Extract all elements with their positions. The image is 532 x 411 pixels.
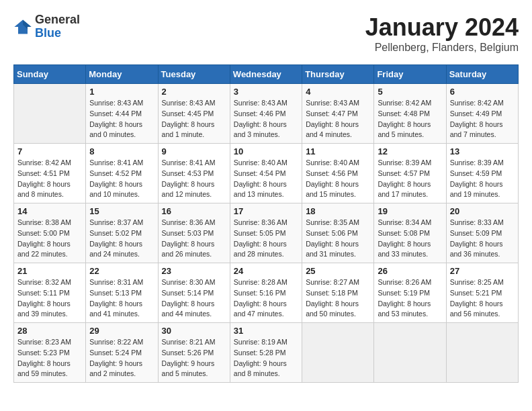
calendar-cell: 24Sunrise: 8:28 AM Sunset: 5:16 PM Dayli… <box>230 263 302 323</box>
calendar-cell: 3Sunrise: 8:43 AM Sunset: 4:46 PM Daylig… <box>230 84 302 144</box>
calendar-table: SundayMondayTuesdayWednesdayThursdayFrid… <box>13 64 519 383</box>
day-number: 28 <box>17 326 82 336</box>
day-number: 6 <box>450 87 515 97</box>
day-info: Sunrise: 8:21 AM Sunset: 5:26 PM Dayligh… <box>162 337 226 379</box>
day-number: 22 <box>89 266 154 276</box>
day-number: 3 <box>234 87 298 97</box>
day-number: 7 <box>17 146 82 156</box>
day-info: Sunrise: 8:41 AM Sunset: 4:53 PM Dayligh… <box>162 158 226 200</box>
header-day-thursday: Thursday <box>302 65 374 84</box>
day-number: 16 <box>162 206 226 216</box>
calendar-cell: 4Sunrise: 8:43 AM Sunset: 4:47 PM Daylig… <box>302 84 374 144</box>
day-info: Sunrise: 8:40 AM Sunset: 4:54 PM Dayligh… <box>234 158 298 200</box>
location-subtitle: Pellenberg, Flanders, Belgium <box>365 42 519 54</box>
week-row-3: 14Sunrise: 8:38 AM Sunset: 5:00 PM Dayli… <box>14 203 519 263</box>
day-info: Sunrise: 8:43 AM Sunset: 4:47 PM Dayligh… <box>306 98 370 140</box>
day-number: 2 <box>162 87 226 97</box>
day-number: 12 <box>378 146 442 156</box>
calendar-cell: 26Sunrise: 8:26 AM Sunset: 5:19 PM Dayli… <box>374 263 446 323</box>
day-number: 13 <box>450 146 515 156</box>
calendar-cell: 20Sunrise: 8:33 AM Sunset: 5:09 PM Dayli… <box>446 203 518 263</box>
title-section: January 2024 Pellenberg, Flanders, Belgi… <box>365 13 519 54</box>
day-info: Sunrise: 8:35 AM Sunset: 5:06 PM Dayligh… <box>306 218 370 260</box>
header-day-friday: Friday <box>374 65 446 84</box>
calendar-cell: 12Sunrise: 8:39 AM Sunset: 4:57 PM Dayli… <box>374 144 446 203</box>
calendar-cell: 19Sunrise: 8:34 AM Sunset: 5:08 PM Dayli… <box>374 203 446 263</box>
day-number: 31 <box>234 326 298 336</box>
day-info: Sunrise: 8:25 AM Sunset: 5:21 PM Dayligh… <box>450 277 515 320</box>
week-row-5: 28Sunrise: 8:23 AM Sunset: 5:23 PM Dayli… <box>14 323 519 383</box>
day-info: Sunrise: 8:23 AM Sunset: 5:23 PM Dayligh… <box>17 337 82 379</box>
day-info: Sunrise: 8:22 AM Sunset: 5:24 PM Dayligh… <box>89 337 154 379</box>
calendar-cell: 14Sunrise: 8:38 AM Sunset: 5:00 PM Dayli… <box>14 203 86 263</box>
header-row: SundayMondayTuesdayWednesdayThursdayFrid… <box>14 65 519 84</box>
day-number: 25 <box>306 266 370 276</box>
calendar-cell <box>14 84 86 144</box>
day-number: 8 <box>89 146 154 156</box>
calendar-cell <box>302 323 374 383</box>
week-row-1: 1Sunrise: 8:43 AM Sunset: 4:44 PM Daylig… <box>14 84 519 144</box>
day-number: 26 <box>378 266 442 276</box>
calendar-cell: 30Sunrise: 8:21 AM Sunset: 5:26 PM Dayli… <box>158 323 230 383</box>
day-number: 14 <box>17 206 82 216</box>
header-day-sunday: Sunday <box>14 65 86 84</box>
calendar-cell: 27Sunrise: 8:25 AM Sunset: 5:21 PM Dayli… <box>446 263 518 323</box>
day-number: 30 <box>162 326 226 336</box>
day-number: 17 <box>234 206 298 216</box>
day-info: Sunrise: 8:38 AM Sunset: 5:00 PM Dayligh… <box>17 218 82 260</box>
calendar-cell: 7Sunrise: 8:42 AM Sunset: 4:51 PM Daylig… <box>14 144 86 203</box>
week-row-4: 21Sunrise: 8:32 AM Sunset: 5:11 PM Dayli… <box>14 263 519 323</box>
day-number: 27 <box>450 266 515 276</box>
calendar-cell: 25Sunrise: 8:27 AM Sunset: 5:18 PM Dayli… <box>302 263 374 323</box>
day-info: Sunrise: 8:42 AM Sunset: 4:51 PM Dayligh… <box>17 158 82 200</box>
day-number: 4 <box>306 87 370 97</box>
day-info: Sunrise: 8:30 AM Sunset: 5:14 PM Dayligh… <box>162 277 226 320</box>
day-info: Sunrise: 8:19 AM Sunset: 5:28 PM Dayligh… <box>234 337 298 379</box>
day-number: 29 <box>89 326 154 336</box>
day-number: 20 <box>450 206 515 216</box>
day-number: 19 <box>378 206 442 216</box>
calendar-cell <box>446 323 518 383</box>
calendar-cell: 18Sunrise: 8:35 AM Sunset: 5:06 PM Dayli… <box>302 203 374 263</box>
day-info: Sunrise: 8:37 AM Sunset: 5:02 PM Dayligh… <box>89 218 154 260</box>
day-info: Sunrise: 8:39 AM Sunset: 4:59 PM Dayligh… <box>450 158 515 200</box>
calendar-body: 1Sunrise: 8:43 AM Sunset: 4:44 PM Daylig… <box>14 84 519 383</box>
day-number: 1 <box>89 87 154 97</box>
day-number: 5 <box>378 87 442 97</box>
calendar-cell: 13Sunrise: 8:39 AM Sunset: 4:59 PM Dayli… <box>446 144 518 203</box>
day-number: 18 <box>306 206 370 216</box>
header-day-saturday: Saturday <box>446 65 518 84</box>
calendar-cell: 10Sunrise: 8:40 AM Sunset: 4:54 PM Dayli… <box>230 144 302 203</box>
day-info: Sunrise: 8:42 AM Sunset: 4:49 PM Dayligh… <box>450 98 515 140</box>
calendar-cell: 16Sunrise: 8:36 AM Sunset: 5:03 PM Dayli… <box>158 203 230 263</box>
day-info: Sunrise: 8:36 AM Sunset: 5:05 PM Dayligh… <box>234 218 298 260</box>
header-day-wednesday: Wednesday <box>230 65 302 84</box>
day-info: Sunrise: 8:36 AM Sunset: 5:03 PM Dayligh… <box>162 218 226 260</box>
day-info: Sunrise: 8:27 AM Sunset: 5:18 PM Dayligh… <box>306 277 370 320</box>
calendar-cell: 22Sunrise: 8:31 AM Sunset: 5:13 PM Dayli… <box>86 263 158 323</box>
day-number: 23 <box>162 266 226 276</box>
calendar-cell: 29Sunrise: 8:22 AM Sunset: 5:24 PM Dayli… <box>86 323 158 383</box>
calendar-cell <box>374 323 446 383</box>
day-number: 9 <box>162 146 226 156</box>
week-row-2: 7Sunrise: 8:42 AM Sunset: 4:51 PM Daylig… <box>14 144 519 203</box>
day-info: Sunrise: 8:41 AM Sunset: 4:52 PM Dayligh… <box>89 158 154 200</box>
day-number: 15 <box>89 206 154 216</box>
calendar-cell: 23Sunrise: 8:30 AM Sunset: 5:14 PM Dayli… <box>158 263 230 323</box>
calendar-cell: 5Sunrise: 8:42 AM Sunset: 4:48 PM Daylig… <box>374 84 446 144</box>
header-day-tuesday: Tuesday <box>158 65 230 84</box>
calendar-cell: 31Sunrise: 8:19 AM Sunset: 5:28 PM Dayli… <box>230 323 302 383</box>
calendar-cell: 6Sunrise: 8:42 AM Sunset: 4:49 PM Daylig… <box>446 84 518 144</box>
calendar-cell: 21Sunrise: 8:32 AM Sunset: 5:11 PM Dayli… <box>14 263 86 323</box>
logo-icon <box>13 17 32 36</box>
calendar-cell: 17Sunrise: 8:36 AM Sunset: 5:05 PM Dayli… <box>230 203 302 263</box>
day-number: 21 <box>17 266 82 276</box>
header-day-monday: Monday <box>86 65 158 84</box>
day-info: Sunrise: 8:28 AM Sunset: 5:16 PM Dayligh… <box>234 277 298 320</box>
day-info: Sunrise: 8:33 AM Sunset: 5:09 PM Dayligh… <box>450 218 515 260</box>
calendar-cell: 11Sunrise: 8:40 AM Sunset: 4:56 PM Dayli… <box>302 144 374 203</box>
calendar-cell: 2Sunrise: 8:43 AM Sunset: 4:45 PM Daylig… <box>158 84 230 144</box>
calendar-cell: 1Sunrise: 8:43 AM Sunset: 4:44 PM Daylig… <box>86 84 158 144</box>
calendar-cell: 8Sunrise: 8:41 AM Sunset: 4:52 PM Daylig… <box>86 144 158 203</box>
logo: General Blue <box>13 13 80 40</box>
